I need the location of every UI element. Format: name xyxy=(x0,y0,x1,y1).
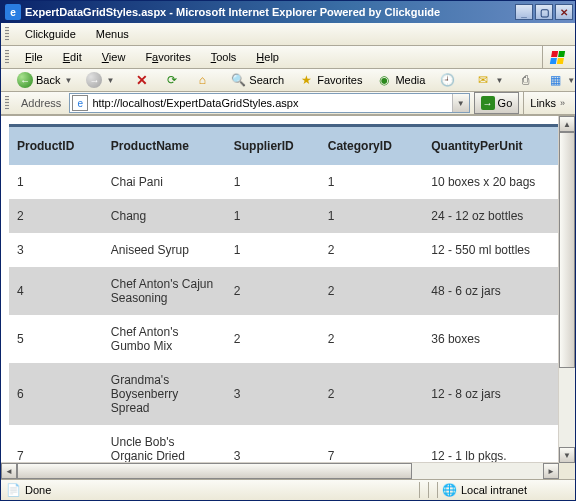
table-cell: 48 - 6 oz jars xyxy=(423,267,559,315)
table-cell: 2 xyxy=(320,363,423,425)
back-icon: ← xyxy=(17,72,33,88)
table-cell: Chai Pani xyxy=(103,165,226,199)
close-button[interactable]: ✕ xyxy=(555,4,573,20)
ie-icon: e xyxy=(5,4,21,20)
go-button[interactable]: → Go xyxy=(474,92,520,114)
scroll-right-button[interactable]: ► xyxy=(543,463,559,479)
col-supplierid: SupplierID xyxy=(226,126,320,166)
menu-file[interactable]: File xyxy=(17,49,51,65)
media-button[interactable]: ◉ Media xyxy=(370,69,431,91)
table-cell: 2 xyxy=(226,315,320,363)
zone-icon: 🌐 xyxy=(442,483,457,497)
page-viewport[interactable]: ProductID ProductName SupplierID Categor… xyxy=(1,116,559,463)
table-cell: 1 xyxy=(320,165,423,199)
page-icon: 📄 xyxy=(5,482,21,498)
table-cell: 5 xyxy=(9,315,103,363)
content-area: ProductID ProductName SupplierID Categor… xyxy=(1,115,575,479)
media-icon: ◉ xyxy=(376,72,392,88)
data-grid: ProductID ProductName SupplierID Categor… xyxy=(9,124,559,463)
table-cell: 1 xyxy=(226,199,320,233)
scroll-thumb[interactable] xyxy=(17,463,412,479)
history-button[interactable]: 🕘 xyxy=(433,69,461,91)
table-cell: Chef Anton's Gumbo Mix xyxy=(103,315,226,363)
minimize-button[interactable]: _ xyxy=(515,4,533,20)
table-cell: 1 xyxy=(226,233,320,267)
menu-help[interactable]: Help xyxy=(248,49,287,65)
favorites-button[interactable]: ★ Favorites xyxy=(292,69,368,91)
table-cell: 12 - 1 lb pkgs. xyxy=(423,425,559,463)
stop-button[interactable]: ✕ xyxy=(128,69,156,91)
refresh-button[interactable]: ⟳ xyxy=(158,69,186,91)
caption-item-menus[interactable]: Menus xyxy=(88,26,137,42)
url-field[interactable]: e ▼ xyxy=(69,93,469,113)
table-cell: 7 xyxy=(9,425,103,463)
header-row: ProductID ProductName SupplierID Categor… xyxy=(9,126,559,166)
col-productid: ProductID xyxy=(9,126,103,166)
scroll-track[interactable] xyxy=(17,463,543,479)
menu-view[interactable]: View xyxy=(94,49,134,65)
scroll-thumb[interactable] xyxy=(559,132,575,368)
col-categoryid: CategoryID xyxy=(320,126,423,166)
table-cell: 6 xyxy=(9,363,103,425)
print-button[interactable]: ⎙ xyxy=(511,69,539,91)
menu-bar: File Edit View Favorites Tools Help xyxy=(1,46,575,69)
table-row: 5Chef Anton's Gumbo Mix2236 boxes21.3500 xyxy=(9,315,559,363)
table-cell: 1 xyxy=(226,165,320,199)
grip-icon xyxy=(5,27,9,41)
mail-button[interactable]: ✉▼ xyxy=(469,69,509,91)
home-button[interactable]: ⌂ xyxy=(188,69,216,91)
app-window: e ExpertDataGridStyles.aspx - Microsoft … xyxy=(0,0,576,501)
search-button[interactable]: 🔍 Search xyxy=(224,69,290,91)
print-icon: ⎙ xyxy=(517,72,533,88)
scroll-corner xyxy=(559,463,575,479)
back-button[interactable]: ← Back ▼ xyxy=(11,69,78,91)
menu-tools[interactable]: Tools xyxy=(203,49,245,65)
forward-button[interactable]: → ▼ xyxy=(80,69,120,91)
scroll-down-button[interactable]: ▼ xyxy=(559,447,575,463)
caption-item-clickguide[interactable]: Clickguide xyxy=(17,26,84,42)
caption-toolbar: Clickguide Menus xyxy=(1,23,575,46)
maximize-button[interactable]: ▢ xyxy=(535,4,553,20)
links-pane[interactable]: Links » xyxy=(523,92,571,114)
col-qty: QuantityPerUnit xyxy=(423,126,559,166)
table-cell: 3 xyxy=(226,363,320,425)
status-bar: 📄 Done 🌐 Local intranet xyxy=(1,479,575,500)
table-row: 3Aniseed Syrup1212 - 550 ml bottles10.00… xyxy=(9,233,559,267)
table-cell: 1 xyxy=(320,199,423,233)
table-cell: 3 xyxy=(226,425,320,463)
scroll-left-button[interactable]: ◄ xyxy=(1,463,17,479)
table-cell: 24 - 12 oz bottles xyxy=(423,199,559,233)
table-row: 2Chang1124 - 12 oz bottles19.0000 xyxy=(9,199,559,233)
menu-edit[interactable]: Edit xyxy=(55,49,90,65)
vertical-scrollbar[interactable]: ▲ ▼ xyxy=(558,116,575,463)
url-dropdown-button[interactable]: ▼ xyxy=(452,94,469,112)
search-icon: 🔍 xyxy=(230,72,246,88)
scroll-track[interactable] xyxy=(559,132,575,447)
page-icon: e xyxy=(72,95,88,111)
history-icon: 🕘 xyxy=(439,72,455,88)
address-bar: Address e ▼ → Go Links » xyxy=(1,92,575,115)
table-cell: Chef Anton's Cajun Seasoning xyxy=(103,267,226,315)
grip-icon xyxy=(5,50,9,64)
table-cell: 2 xyxy=(320,315,423,363)
table-cell: 12 - 550 ml bottles xyxy=(423,233,559,267)
horizontal-scrollbar[interactable]: ◄ ► xyxy=(1,462,559,479)
table-row: 7Uncle Bob's Organic Dried Pears3712 - 1… xyxy=(9,425,559,463)
table-cell: Aniseed Syrup xyxy=(103,233,226,267)
scroll-up-button[interactable]: ▲ xyxy=(559,116,575,132)
star-icon: ★ xyxy=(298,72,314,88)
go-icon: → xyxy=(481,96,495,110)
table-cell: 36 boxes xyxy=(423,315,559,363)
table-cell: 2 xyxy=(320,233,423,267)
url-input[interactable] xyxy=(88,94,451,112)
zone-text: Local intranet xyxy=(461,484,571,496)
stop-icon: ✕ xyxy=(134,72,150,88)
throbber-icon xyxy=(542,46,571,68)
edit-doc-button[interactable]: ▦▼ xyxy=(541,69,576,91)
table-cell: 1 xyxy=(9,165,103,199)
table-cell: Uncle Bob's Organic Dried Pears xyxy=(103,425,226,463)
menu-favorites[interactable]: Favorites xyxy=(137,49,198,65)
table-cell: Chang xyxy=(103,199,226,233)
table-cell: 3 xyxy=(9,233,103,267)
window-title: ExpertDataGridStyles.aspx - Microsoft In… xyxy=(25,6,513,18)
